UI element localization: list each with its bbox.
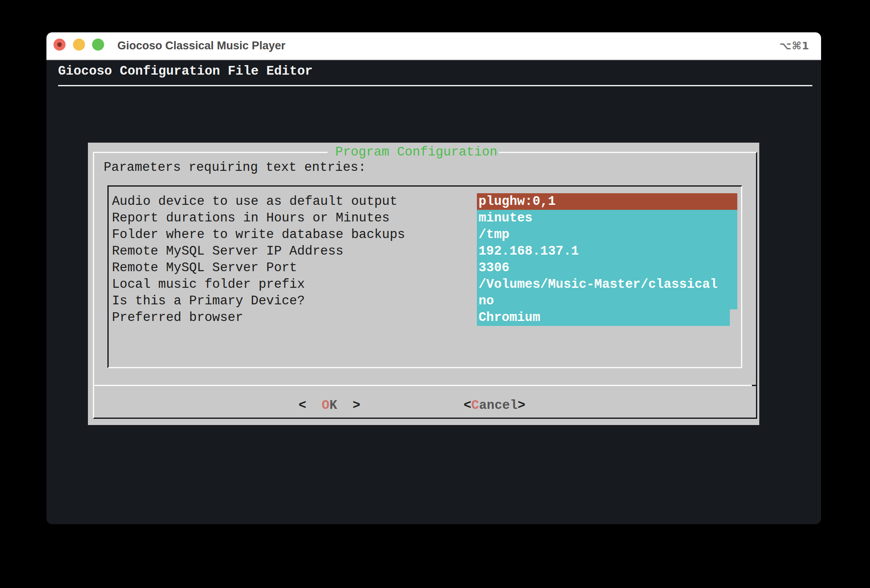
titlebar: Giocoso Classical Music Player ⌥⌘1 (46, 32, 821, 60)
program-configuration-dialog: Program Configuration Parameters requiri… (88, 143, 759, 425)
close-button[interactable] (53, 39, 66, 51)
app-window: Giocoso Classical Music Player ⌥⌘1 Gioco… (46, 32, 821, 524)
form-row: Report durations in Hours or Minutes min… (109, 210, 741, 226)
field-label: Local music folder prefix (112, 276, 305, 293)
window-title: Giocoso Classical Music Player (117, 32, 285, 59)
field-label: Remote MySQL Server IP Address (112, 243, 343, 260)
field-label: Is this a Primary Device? (112, 293, 305, 309)
audio-device-input[interactable]: plughw:0,1 (477, 193, 737, 210)
form-row: Preferred browser Chromium (109, 309, 741, 326)
dialog-title: Program Configuration (328, 145, 499, 159)
mysql-ip-input[interactable]: 192.168.137.1 (477, 243, 737, 260)
form-row: Audio device to use as default output pl… (109, 193, 741, 210)
form-row: Remote MySQL Server Port 3306 (109, 260, 741, 276)
form-row: Remote MySQL Server IP Address 192.168.1… (109, 243, 741, 260)
ok-button[interactable]: < OK > (299, 396, 360, 415)
ok-bracket-left: < (299, 398, 322, 413)
cancel-hotkey: C (471, 398, 479, 413)
button-row: < OK > <Cancel> (88, 396, 759, 415)
terminal-heading: Giocoso Configuration File Editor (58, 62, 313, 80)
field-label: Remote MySQL Server Port (112, 260, 297, 276)
form-box: Audio device to use as default output pl… (107, 185, 742, 368)
zoom-button[interactable] (92, 39, 104, 51)
form-row: Folder where to write database backups /… (109, 226, 741, 243)
ok-bracket-right: > (337, 398, 360, 413)
field-label: Preferred browser (112, 309, 243, 326)
primary-device-input[interactable]: no (477, 293, 737, 309)
ok-label: K (329, 398, 337, 413)
form-row: Local music folder prefix /Volumes/Music… (109, 276, 741, 293)
dialog-subtitle: Parameters requiring text entries: (104, 159, 366, 176)
duration-units-input[interactable]: minutes (477, 210, 737, 226)
mysql-port-input[interactable]: 3306 (477, 260, 737, 276)
field-label: Report durations in Hours or Minutes (112, 210, 390, 226)
field-label: Audio device to use as default output (112, 193, 397, 210)
music-folder-input[interactable]: /Volumes/Music-Master/classical (477, 276, 737, 293)
cancel-bracket-right: > (518, 398, 525, 413)
minimize-button[interactable] (73, 39, 85, 51)
field-label: Folder where to write database backups (112, 226, 405, 243)
form-rows: Audio device to use as default output pl… (109, 193, 741, 326)
preferred-browser-input[interactable]: Chromium (477, 309, 730, 326)
form-row: Is this a Primary Device? no (109, 293, 741, 309)
cancel-label: ancel (479, 398, 518, 413)
backup-folder-input[interactable]: /tmp (477, 226, 737, 243)
modified-dot-icon (57, 42, 62, 47)
heading-underline (58, 85, 812, 86)
terminal-screen: Giocoso Configuration File Editor Progra… (46, 60, 821, 524)
cancel-button[interactable]: <Cancel> (464, 396, 525, 415)
ok-hotkey: O (322, 398, 330, 413)
window-shortcut-badge: ⌥⌘1 (780, 32, 809, 59)
button-separator-cap (752, 385, 757, 386)
button-separator (93, 385, 752, 386)
cancel-bracket-left: < (464, 398, 471, 413)
